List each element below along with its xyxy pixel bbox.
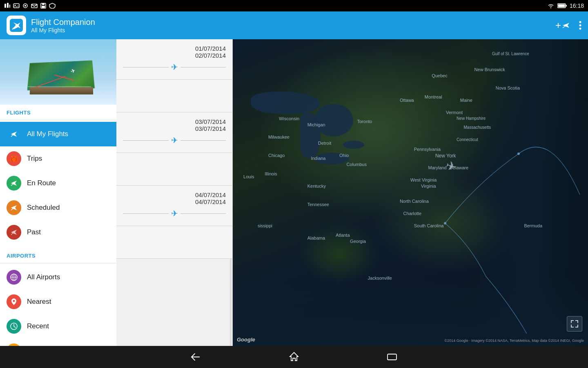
label-ottawa: Ottawa bbox=[400, 98, 414, 103]
label-nova-scotia: Nova Scotia bbox=[496, 85, 520, 90]
status-icons-left bbox=[4, 3, 56, 9]
header-logo-area: Flight Companion All My Flights bbox=[7, 16, 555, 35]
flight-card-4[interactable] bbox=[116, 153, 232, 186]
label-atlanta: Atlanta bbox=[336, 233, 350, 238]
label-quebec: Quebec bbox=[432, 73, 448, 78]
svg-rect-27 bbox=[388, 354, 396, 360]
label-new-brunswick: New Brunswick bbox=[474, 67, 505, 72]
route-line-left bbox=[123, 67, 169, 67]
svg-point-17 bbox=[579, 28, 581, 30]
sidebar-item-scheduled[interactable]: Scheduled bbox=[0, 195, 116, 220]
flight-card-6[interactable] bbox=[116, 226, 232, 259]
flight-card-1[interactable]: 01/07/2014 02/07/2014 ✈ bbox=[116, 39, 232, 80]
sidebar-item-all-my-flights[interactable]: All My Flights bbox=[0, 122, 116, 146]
recent-label: Recent bbox=[27, 322, 49, 330]
sidebar-item-recent[interactable]: Recent bbox=[0, 314, 116, 339]
status-time: 16:18 bbox=[570, 2, 584, 9]
label-new-hampshire: New Hampshire bbox=[457, 116, 486, 121]
label-milwaukee: Milwaukee bbox=[268, 135, 290, 139]
route-line-right bbox=[180, 67, 226, 67]
route-line-right-5 bbox=[180, 213, 226, 214]
flight-date1-3: 03/07/2014 bbox=[195, 118, 226, 125]
airports-section-label: AIRPORTS bbox=[0, 248, 116, 261]
header-actions: + bbox=[555, 20, 581, 31]
route-line-right-3 bbox=[180, 140, 226, 141]
add-flight-button[interactable]: + bbox=[555, 20, 571, 31]
flight-dates-3: 03/07/2014 03/07/2014 bbox=[123, 118, 226, 132]
all-my-flights-label: All My Flights bbox=[27, 130, 68, 138]
header-subtitle: All My Flights bbox=[31, 27, 95, 34]
sidebar-item-nearest[interactable]: Nearest bbox=[0, 289, 116, 314]
airport-globe-icon bbox=[10, 273, 18, 281]
recents-button[interactable] bbox=[384, 349, 400, 365]
battery-icon bbox=[557, 3, 567, 9]
flight-card-2[interactable] bbox=[116, 80, 232, 112]
label-chicago: Chicago bbox=[268, 153, 285, 158]
svg-rect-9 bbox=[42, 3, 45, 5]
sidebar: ✈ FLIGHTS All My Flights 🦀 Trips bbox=[0, 39, 116, 346]
route-plane-icon: ✈ bbox=[171, 62, 178, 72]
label-kentucky: Kentucky bbox=[307, 184, 326, 188]
sidebar-item-all-airports[interactable]: All Airports bbox=[0, 265, 116, 289]
svg-point-15 bbox=[579, 21, 581, 23]
home-button[interactable] bbox=[286, 349, 302, 365]
label-gulf-st-lawrence: Gulf of St. Lawrence bbox=[492, 52, 529, 56]
map-expand-button[interactable] bbox=[567, 316, 582, 332]
flight-date1-1: 01/07/2014 bbox=[195, 45, 226, 52]
route-plane-icon-5: ✈ bbox=[171, 209, 178, 218]
map-area: Gulf of St. Lawrence Quebec New Brunswic… bbox=[233, 39, 588, 346]
app-name: Flight Companion bbox=[31, 18, 95, 27]
google-logo: Google bbox=[237, 337, 255, 343]
en-route-label: En Route bbox=[27, 179, 56, 187]
flight-date2-1: 02/07/2014 bbox=[195, 52, 226, 59]
save-icon bbox=[40, 3, 47, 9]
trips-icon: 🦀 bbox=[7, 151, 21, 166]
svg-rect-12 bbox=[566, 5, 567, 7]
svg-point-24 bbox=[444, 222, 446, 224]
route-plane-icon-3: ✈ bbox=[171, 135, 178, 145]
label-stlouis: Louis bbox=[243, 174, 254, 179]
back-button[interactable] bbox=[188, 349, 204, 365]
map-copyright: ©2014 Google · Imagery ©2014 NASA, Terra… bbox=[445, 339, 584, 343]
sidebar-item-en-route[interactable]: En Route bbox=[0, 171, 116, 195]
label-montreal: Montreal bbox=[425, 94, 442, 99]
status-right: 16:18 bbox=[547, 2, 584, 9]
label-massachusetts: Massachusetts bbox=[464, 125, 491, 130]
map-background: Gulf of St. Lawrence Quebec New Brunswic… bbox=[233, 39, 588, 346]
flight-card-3[interactable]: 03/07/2014 03/07/2014 ✈ bbox=[116, 112, 232, 153]
flight-date2-5: 04/07/2014 bbox=[195, 198, 226, 205]
menu-button[interactable] bbox=[579, 20, 581, 30]
home-icon bbox=[289, 352, 299, 362]
more-vert-icon bbox=[579, 20, 581, 30]
route-line-left-3 bbox=[123, 140, 169, 141]
past-plane-icon bbox=[10, 228, 18, 236]
sidebar-item-my-favorites[interactable]: My Favorites bbox=[0, 339, 116, 346]
flight-dates-5: 04/07/2014 04/07/2014 bbox=[123, 191, 226, 205]
divider-2 bbox=[0, 263, 116, 263]
label-indiana: Indiana bbox=[311, 156, 325, 161]
route-line-left-5 bbox=[123, 213, 169, 214]
flight-date1-5: 04/07/2014 bbox=[195, 191, 226, 198]
image-icon bbox=[13, 3, 20, 9]
label-west-virginia: West Virginia bbox=[410, 177, 437, 182]
label-new-york: New York bbox=[435, 153, 456, 159]
flight-route-5: ✈ bbox=[123, 205, 226, 220]
divider-1 bbox=[0, 120, 116, 120]
svg-rect-13 bbox=[558, 4, 565, 7]
svg-rect-0 bbox=[4, 4, 6, 8]
label-virginia: Virginia bbox=[421, 184, 436, 188]
label-north-carolina: North Carolina bbox=[400, 199, 429, 204]
sidebar-item-trips[interactable]: 🦀 Trips bbox=[0, 146, 116, 171]
plane-logo-icon bbox=[9, 18, 24, 33]
flight-card-5[interactable]: 04/07/2014 04/07/2014 ✈ bbox=[116, 186, 232, 226]
label-vermont: Vermont bbox=[446, 110, 463, 115]
app-logo bbox=[7, 16, 26, 35]
favorites-icon bbox=[7, 343, 21, 346]
svg-rect-1 bbox=[7, 3, 9, 8]
sidebar-item-past[interactable]: Past bbox=[0, 220, 116, 245]
label-alabama: Alabama bbox=[307, 236, 325, 240]
sim-icon bbox=[4, 3, 11, 9]
flight-route-1: ✈ bbox=[123, 59, 226, 74]
flight-list-panel: 01/07/2014 02/07/2014 ✈ 03/07/2014 03/07… bbox=[116, 39, 233, 346]
nearest-label: Nearest bbox=[27, 298, 51, 306]
